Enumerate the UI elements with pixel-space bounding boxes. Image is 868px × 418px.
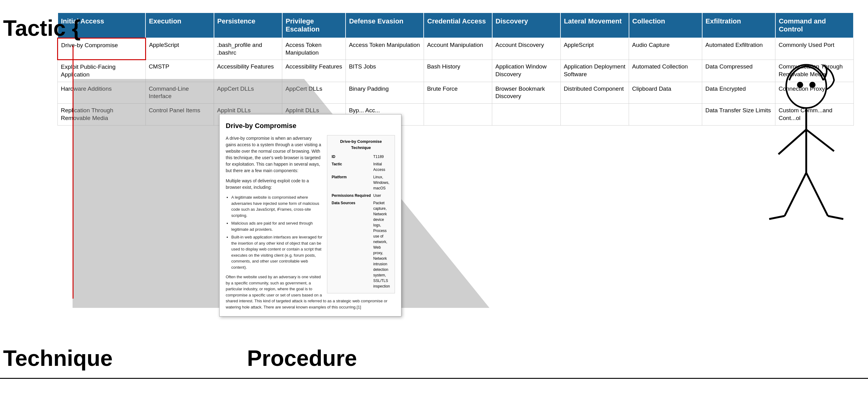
th-lateral-movement: Lateral Movement (560, 13, 629, 38)
info-value-id: T1189 (372, 153, 392, 161)
svg-line-8 (806, 173, 828, 216)
cell-account-manip[interactable]: Account Manipulation (424, 38, 492, 60)
cell-common-port[interactable]: Commonly Used Port (775, 38, 854, 60)
info-value-tactic: Initial Access (372, 161, 392, 173)
cell-auto-collection[interactable]: Automated Collection (629, 60, 702, 82)
info-row-id: ID T1189 (331, 153, 392, 161)
cell-cmstp[interactable]: CMSTP (146, 60, 214, 82)
cell-appcert[interactable]: AppCert DLLs (214, 82, 282, 103)
cell-control-panel[interactable]: Control Panel Items (146, 104, 214, 125)
cell-brute-force[interactable]: Brute Force (424, 82, 492, 103)
cell-appcert-2[interactable]: AppCert DLLs (282, 82, 346, 103)
th-discovery: Discovery (492, 13, 560, 38)
info-label-tactic: Tactic (331, 161, 372, 173)
cell-clipboard[interactable]: Clipboard Data (629, 82, 702, 103)
th-exfiltration: Exfiltration (702, 13, 775, 38)
table-row: Exploit Public-Facing Application CMSTP … (58, 60, 854, 82)
cell-empty-1 (424, 104, 492, 125)
cell-access-token-2[interactable]: Access Token Manipulation (345, 38, 424, 60)
info-row-permissions: Permissions Required User (331, 192, 392, 199)
page-wrapper: Tactic { Initial Access Execution (0, 0, 868, 418)
cell-empty-4 (629, 104, 702, 125)
cell-audio-capture[interactable]: Audio Capture (629, 38, 702, 60)
cell-replication[interactable]: Replication Through Removable Media (58, 104, 146, 125)
info-label-permissions: Permissions Required (331, 192, 372, 199)
tooltip-popup: Drive-by Compromise Drive-by Compromise … (219, 114, 401, 316)
svg-line-7 (785, 173, 806, 216)
cell-accessibility[interactable]: Accessibility Features (214, 60, 282, 82)
th-defense-evasion: Defense Evasion (345, 13, 424, 38)
procedure-label: Procedure (247, 346, 357, 371)
cell-applescript-lat[interactable]: AppleScript (560, 38, 629, 60)
table-row: Hardware Additions Command-Line Interfac… (58, 82, 854, 103)
technique-info-box: Drive-by Compromise Technique ID T1189 T… (327, 135, 395, 293)
svg-point-2 (797, 82, 803, 88)
tooltip-title: Drive-by Compromise (226, 120, 395, 131)
th-execution: Execution (146, 13, 214, 38)
table-header-row: Initial Access Execution Persistence Pri… (58, 13, 854, 38)
cell-bash-history[interactable]: Bash History (424, 60, 492, 82)
svg-point-1 (786, 65, 826, 108)
cell-empty-3 (560, 104, 629, 125)
info-row-platform: Platform Linux, Windows, macOS (331, 173, 392, 192)
cell-exploit-public[interactable]: Exploit Public-Facing Application (58, 60, 146, 82)
table-row: Replication Through Removable Media Cont… (58, 104, 854, 125)
info-row-data-sources: Data Sources Packet capture, Network dev… (331, 199, 392, 290)
cell-distributed[interactable]: Distributed Component (560, 82, 629, 103)
cell-binary-padding[interactable]: Binary Padding (345, 82, 424, 103)
info-value-data-sources: Packet capture, Network device logs, Pro… (372, 199, 392, 290)
stick-figure (744, 62, 852, 247)
cell-app-deploy[interactable]: Application Deployment Software (560, 60, 629, 82)
svg-point-3 (809, 82, 815, 88)
cell-bash-profile[interactable]: .bash_profile and .bashrc (214, 38, 282, 60)
svg-line-10 (828, 216, 843, 219)
bottom-divider-line (0, 378, 868, 379)
info-value-permissions: User (372, 192, 392, 199)
cell-cmdline[interactable]: Command-Line Interface (146, 82, 214, 103)
cell-auto-exfil[interactable]: Automated Exfiltration (702, 38, 775, 60)
table-row: Drive-by Compromise AppleScript .bash_pr… (58, 38, 854, 60)
cell-accessibility-2[interactable]: Accessibility Features (282, 60, 346, 82)
th-privilege-escalation: Privilege Escalation (282, 13, 346, 38)
th-credential-access: Credential Access (424, 13, 492, 38)
info-label-id: ID (331, 153, 372, 161)
tactic-label: Tactic { (3, 15, 81, 41)
svg-line-9 (769, 216, 785, 219)
technique-info-table: ID T1189 Tactic Initial Access Platform … (331, 153, 392, 290)
cell-app-window[interactable]: Application Window Discovery (492, 60, 560, 82)
info-label-data-sources: Data Sources (331, 199, 372, 290)
technique-info-title: Drive-by Compromise Technique (331, 139, 392, 150)
th-collection: Collection (629, 13, 702, 38)
info-label-platform: Platform (331, 173, 372, 192)
cell-hardware[interactable]: Hardware Additions (58, 82, 146, 103)
th-persistence: Persistence (214, 13, 282, 38)
mitre-table-container: Initial Access Execution Persistence Pri… (57, 12, 854, 126)
technique-vertical-line (72, 46, 73, 299)
th-command-control: Command and Control (775, 13, 854, 38)
technique-label: Technique (3, 346, 113, 371)
cell-drive-by[interactable]: Drive-by Compromise (58, 38, 146, 60)
info-row-tactic: Tactic Initial Access (331, 161, 392, 173)
mitre-matrix-table: Initial Access Execution Persistence Pri… (57, 12, 854, 126)
svg-line-6 (806, 130, 834, 151)
cell-account-discovery[interactable]: Account Discovery (492, 38, 560, 60)
svg-line-5 (778, 130, 806, 154)
cell-applescript[interactable]: AppleScript (146, 38, 214, 60)
cell-browser-bookmark[interactable]: Browser Bookmark Discovery (492, 82, 560, 103)
info-value-platform: Linux, Windows, macOS (372, 173, 392, 192)
cell-empty-2 (492, 104, 560, 125)
cell-access-token-1[interactable]: Access Token Manipulation (282, 38, 346, 60)
cell-bits-jobs[interactable]: BITS Jobs (345, 60, 424, 82)
